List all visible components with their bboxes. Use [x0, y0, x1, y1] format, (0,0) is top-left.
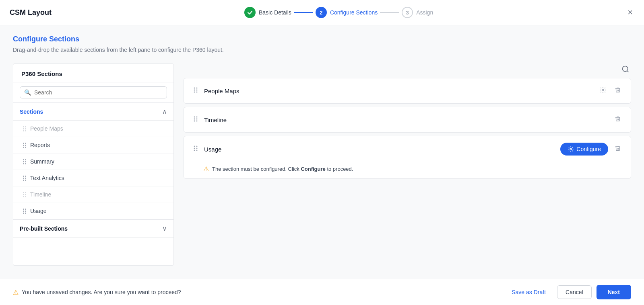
svg-point-10 [602, 89, 604, 91]
svg-point-7 [196, 90, 198, 91]
svg-point-5 [196, 88, 198, 89]
svg-point-13 [194, 119, 195, 120]
section-card-header-timeline: Timeline [184, 107, 631, 132]
configure-sections-subtitle: Drag-and-drop the available sections fro… [13, 47, 224, 53]
section-card-usage: Usage Configure [184, 136, 631, 179]
stepper: Basic Details 2 Configure Sections 3 Ass… [244, 7, 433, 18]
section-item-label-summary: Summary [30, 158, 54, 165]
delete-button-usage[interactable] [613, 143, 623, 155]
section-item-label-usage: Usage [30, 208, 46, 214]
svg-point-19 [194, 148, 195, 149]
search-top-right [620, 63, 631, 77]
section-item-timeline: Timeline [13, 186, 173, 203]
delete-button-timeline[interactable] [613, 114, 623, 126]
step-connector-2 [380, 12, 399, 13]
drag-handle-summary [23, 159, 26, 164]
section-card-header-people-maps: People Maps [184, 78, 631, 103]
step-label-1: Basic Details [259, 9, 291, 16]
left-panel: P360 Sections 🔍 Sections ∧ [13, 63, 174, 266]
prebuilt-group-header[interactable]: Pre-built Sections ∨ [13, 220, 173, 237]
settings-icon-people-maps [599, 86, 607, 94]
section-item-summary[interactable]: Summary [13, 154, 173, 170]
warning-icon-usage: ⚠ [203, 165, 209, 173]
svg-point-8 [194, 92, 195, 93]
svg-point-17 [194, 146, 195, 147]
modal-header: CSM Layout Basic Details 2 Configure Sec… [0, 0, 644, 25]
footer-warning-icon: ⚠ [13, 289, 19, 296]
section-card-warning-usage: ⚠ The section must be configured. Click … [184, 162, 631, 178]
step-label-3: Assign [416, 9, 433, 16]
configure-icon [568, 146, 574, 152]
section-card-header-usage: Usage Configure [184, 136, 631, 162]
modal-overlay: CSM Layout Basic Details 2 Configure Sec… [0, 0, 644, 305]
svg-line-3 [627, 71, 629, 72]
section-card-name-usage: Usage [204, 146, 555, 153]
modal-body: Configure Sections Drag-and-drop the ava… [0, 25, 644, 279]
svg-point-16 [196, 121, 198, 122]
search-input-wrapper: 🔍 [20, 86, 167, 98]
drag-icon-timeline [192, 115, 199, 123]
drag-icon-people-maps [192, 86, 199, 94]
search-box: 🔍 [13, 82, 173, 103]
drag-handle-reports [23, 143, 26, 148]
section-item-label-timeline: Timeline [30, 191, 51, 198]
right-search-button[interactable] [620, 63, 631, 77]
settings-button-people-maps[interactable] [598, 85, 608, 97]
main-layout: P360 Sections 🔍 Sections ∧ [13, 63, 631, 266]
step-circle-1 [244, 7, 256, 18]
cancel-button[interactable]: Cancel [557, 285, 592, 299]
section-item-label-reports: Reports [30, 142, 50, 148]
drag-handle-timeline [23, 192, 26, 197]
sections-group-header[interactable]: Sections ∧ [13, 103, 173, 121]
section-item-usage[interactable]: Usage [13, 203, 173, 219]
step-connector-1 [294, 12, 313, 13]
modal-footer: ⚠ You have unsaved changes. Are you sure… [0, 279, 644, 305]
next-button[interactable]: Next [597, 285, 631, 299]
svg-point-22 [196, 150, 198, 151]
section-item-label-people-maps: People Maps [30, 125, 63, 132]
delete-button-people-maps[interactable] [613, 85, 623, 97]
save-draft-button[interactable]: Save as Draft [505, 286, 552, 299]
card-drag-handle-usage[interactable] [192, 145, 199, 154]
section-card-actions-people-maps [598, 85, 623, 97]
prebuilt-group-label: Pre-built Sections [20, 225, 68, 232]
section-card-timeline: Timeline [184, 107, 631, 133]
svg-point-21 [194, 150, 195, 151]
drop-zone: People Maps [184, 78, 631, 179]
section-item-label-text-analytics: Text Analytics [30, 175, 64, 181]
step-configure-sections: 2 Configure Sections [316, 7, 378, 18]
section-item-text-analytics[interactable]: Text Analytics [13, 170, 173, 186]
search-input[interactable] [34, 89, 163, 96]
prebuilt-group: Pre-built Sections ∨ [13, 219, 173, 237]
section-item-reports[interactable]: Reports [13, 137, 173, 154]
svg-point-2 [623, 66, 628, 72]
close-button[interactable]: × [626, 6, 634, 18]
svg-point-6 [194, 90, 195, 91]
step-circle-3: 3 [402, 7, 413, 18]
step-assign: 3 Assign [402, 7, 433, 18]
configure-label: Configure [576, 146, 601, 152]
svg-point-23 [570, 148, 572, 150]
sections-chevron-up-icon: ∧ [162, 108, 167, 115]
section-card-people-maps: People Maps [184, 78, 631, 104]
sections-group-label: Sections [20, 108, 43, 115]
section-item-people-maps: People Maps [13, 121, 173, 137]
drag-icon-usage [192, 145, 199, 152]
prebuilt-chevron-down-icon: ∨ [162, 225, 167, 232]
warning-text-usage: The section must be configured. Click Co… [212, 166, 353, 172]
right-area: People Maps [174, 63, 631, 266]
section-card-name-people-maps: People Maps [204, 88, 593, 94]
card-drag-handle-timeline[interactable] [192, 115, 199, 124]
card-drag-handle-people-maps[interactable] [192, 86, 199, 95]
svg-point-4 [194, 88, 195, 89]
sections-group: Sections ∧ People Maps [13, 103, 173, 265]
step-basic-details: Basic Details [244, 7, 291, 18]
configure-button-usage[interactable]: Configure [560, 143, 608, 156]
content-area: Configure Sections Drag-and-drop the ava… [0, 25, 644, 279]
svg-point-20 [196, 148, 198, 149]
step-label-2: Configure Sections [330, 9, 378, 16]
svg-point-9 [196, 92, 198, 93]
configure-sections-title: Configure Sections [13, 35, 224, 43]
search-icon: 🔍 [24, 89, 31, 96]
trash-icon-people-maps [615, 86, 621, 94]
